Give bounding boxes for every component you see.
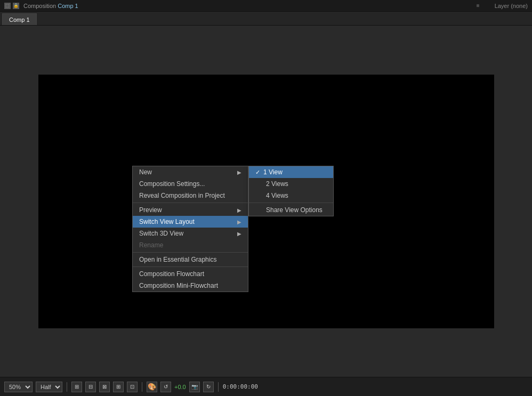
- layer-info: Layer (none): [495, 3, 528, 9]
- menu-item-open-essential[interactable]: Open in Essential Graphics: [133, 254, 248, 265]
- menu-divider-3: [133, 266, 248, 267]
- menu-divider-1: [133, 203, 248, 203]
- menu-item-preview[interactable]: Preview ▶: [133, 204, 248, 216]
- offset-value: +0.0: [174, 384, 186, 390]
- view-layout-5-btn[interactable]: ⊡: [127, 382, 138, 392]
- submenu-item-share-view[interactable]: Share View Options: [249, 204, 333, 216]
- bottom-toolbar: 50% Half ⊞ ⊟ ⊠ ⊞ ⊡ 🎨 ↺ +0.0 📷 ↻ 0:00:00:…: [0, 377, 532, 396]
- menu-item-new[interactable]: New ▶: [133, 166, 248, 178]
- canvas-area: New ▶ Composition Settings... Reveal Com…: [0, 26, 532, 377]
- menu-item-reveal-comp[interactable]: Reveal Composition in Project: [133, 190, 248, 201]
- menu-item-comp-settings[interactable]: Composition Settings...: [133, 178, 248, 190]
- panel-title: Composition Comp 1: [23, 3, 78, 9]
- menu-item-comp-flowchart[interactable]: Composition Flowchart: [133, 268, 248, 280]
- zoom-select[interactable]: 50%: [4, 382, 33, 392]
- menu-divider-2: [133, 252, 248, 253]
- timecode: 0:00:00:00: [223, 383, 258, 390]
- tab-bar: Comp 1: [0, 12, 532, 26]
- toolbar-separator-3: [218, 382, 219, 392]
- check-icon: ✓: [255, 169, 260, 176]
- window-icon-2[interactable]: 🔒: [13, 3, 19, 9]
- submenu-divider-1: [249, 203, 333, 203]
- view-layout-4-btn[interactable]: ⊞: [113, 382, 124, 392]
- view-layout-2-btn[interactable]: ⊟: [85, 382, 96, 392]
- color-btn[interactable]: 🎨: [147, 382, 157, 392]
- window-icon-1[interactable]: ⬚: [4, 3, 11, 9]
- panel-menu-icon[interactable]: ≡: [477, 3, 480, 9]
- menu-item-switch-3d-view[interactable]: Switch 3D View ▶: [133, 228, 248, 239]
- context-menu: New ▶ Composition Settings... Reveal Com…: [132, 166, 248, 292]
- quality-select[interactable]: Half: [36, 382, 62, 392]
- submenu-item-4-views[interactable]: 4 Views: [249, 190, 333, 201]
- arrow-icon: ▶: [237, 169, 241, 175]
- toolbar-separator-2: [142, 382, 142, 392]
- submenu-item-2-views[interactable]: 2 Views: [249, 178, 333, 190]
- window-icons: ⬚ 🔒: [4, 3, 19, 9]
- reset-btn[interactable]: ↺: [160, 382, 171, 392]
- tab-comp1[interactable]: Comp 1: [2, 13, 37, 25]
- submenu-item-1-view[interactable]: ✓ 1 View: [249, 166, 333, 178]
- arrow-icon: ▶: [237, 207, 241, 213]
- arrow-icon: ▶: [237, 219, 241, 225]
- menu-item-rename: Rename: [133, 239, 248, 251]
- view-layout-1-btn[interactable]: ⊞: [71, 382, 82, 392]
- refresh-btn[interactable]: ↻: [203, 382, 214, 392]
- menu-item-switch-view-layout[interactable]: Switch View Layout ▶: [133, 216, 248, 228]
- toolbar-separator-1: [67, 382, 67, 392]
- camera-btn[interactable]: 📷: [189, 382, 200, 392]
- view-layout-3-btn[interactable]: ⊠: [99, 382, 110, 392]
- arrow-icon: ▶: [237, 231, 241, 237]
- top-bar: ⬚ 🔒 Composition Comp 1 ≡ Layer (none): [0, 0, 532, 12]
- menu-item-comp-mini-flowchart[interactable]: Composition Mini-Flowchart: [133, 280, 248, 292]
- submenu: ✓ 1 View 2 Views 4 Views Share View Opti…: [248, 166, 334, 216]
